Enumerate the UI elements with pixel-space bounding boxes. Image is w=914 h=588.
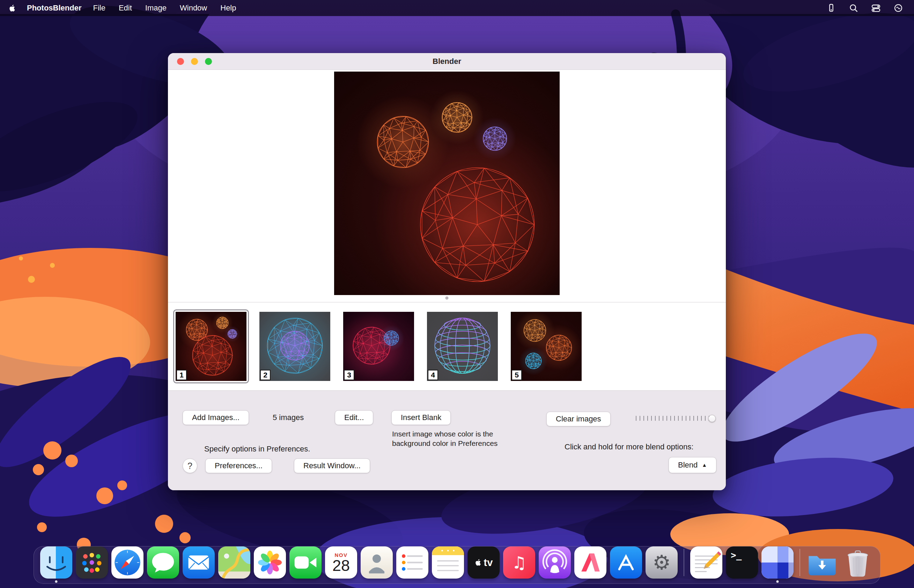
filmstrip-thumbnail-2[interactable]: 2 <box>259 312 330 381</box>
dock-music-icon[interactable]: ♫ <box>503 546 535 578</box>
control-center-icon[interactable] <box>871 3 881 13</box>
app-menu[interactable]: PhotosBlender <box>27 3 81 13</box>
dock-news-icon[interactable] <box>574 546 606 578</box>
zoom-button[interactable] <box>205 58 212 65</box>
thumbnail-index-badge: 2 <box>260 370 271 380</box>
desktop: PhotosBlender FileEditImageWindowHelp Bl… <box>0 0 914 588</box>
add-images-button[interactable]: Add Images... <box>182 410 249 425</box>
minimize-button[interactable] <box>191 58 198 65</box>
blend-amount-slider[interactable] <box>636 414 715 423</box>
scroll-indicator-dot <box>446 296 449 300</box>
insert-blank-button[interactable]: Insert Blank <box>391 410 451 425</box>
menu-file[interactable]: File <box>86 3 112 13</box>
dock-launchpad-icon[interactable] <box>76 546 108 578</box>
menu-window[interactable]: Window <box>173 3 214 13</box>
insert-blank-caption: Insert image whose color is the backgrou… <box>392 429 518 448</box>
dock-maps-icon[interactable] <box>218 546 250 578</box>
thumbnail-index-badge: 3 <box>344 370 354 380</box>
dock-mail-icon[interactable] <box>182 546 215 578</box>
dock-contacts-icon[interactable] <box>361 546 393 578</box>
thumbnail-index-badge: 5 <box>512 370 522 380</box>
dock-apple-tv-icon[interactable]: tv <box>467 546 500 578</box>
dock-photos-icon[interactable] <box>254 546 286 578</box>
help-button[interactable]: ? <box>182 459 197 473</box>
display-icon[interactable] <box>826 3 836 13</box>
dock-reminders-icon[interactable] <box>396 546 428 578</box>
dock-calendar-icon[interactable]: NOV28 <box>325 546 357 578</box>
running-indicator <box>55 580 58 583</box>
traffic-lights <box>177 58 212 65</box>
filmstrip: 12345 <box>168 302 726 391</box>
thumbnail-index-badge: 1 <box>176 370 187 380</box>
filmstrip-thumbnail-3[interactable]: 3 <box>343 312 414 381</box>
siri-icon[interactable] <box>893 3 904 13</box>
menubar-status-icons <box>826 3 904 13</box>
dock-podcasts-icon[interactable] <box>539 546 571 578</box>
controls-panel: Add Images... 5 images Edit... Insert Bl… <box>168 391 726 490</box>
menu-help[interactable]: Help <box>214 3 243 13</box>
filmstrip-thumbnail-5[interactable]: 5 <box>511 312 581 381</box>
close-button[interactable] <box>177 58 184 65</box>
dock: NOV28tv♫⚙>_ <box>34 546 880 584</box>
slider-thumb[interactable] <box>708 415 716 422</box>
dock-terminal-icon[interactable]: >_ <box>726 546 758 578</box>
blend-button[interactable]: Blend ▲ <box>669 457 716 473</box>
dock-divider <box>799 549 800 576</box>
dock-finder-icon[interactable] <box>40 546 72 578</box>
menu-items: FileEditImageWindowHelp <box>86 3 243 13</box>
menu-bar: PhotosBlender FileEditImageWindowHelp <box>0 0 914 16</box>
filmstrip-thumbnail-4[interactable]: 4 <box>427 312 498 381</box>
menu-edit[interactable]: Edit <box>112 3 139 13</box>
preview-area <box>168 70 726 302</box>
chevron-up-icon: ▲ <box>702 462 707 468</box>
running-indicator <box>777 580 779 583</box>
window-titlebar[interactable]: Blender <box>168 53 726 70</box>
calendar-day-label: 28 <box>333 557 350 575</box>
dock-app-store-icon[interactable] <box>610 546 642 578</box>
clear-images-button[interactable]: Clear images <box>546 412 610 426</box>
dock-downloads-icon[interactable] <box>806 546 838 578</box>
dock-settings-icon[interactable]: ⚙ <box>646 546 678 578</box>
thumbnail-index-badge: 4 <box>428 370 438 380</box>
dock-notes-icon[interactable] <box>432 546 464 578</box>
blend-button-label: Blend <box>678 460 698 470</box>
blend-hint-label: Click and hold for more blend options: <box>565 443 693 451</box>
dock-messages-icon[interactable] <box>147 546 179 578</box>
search-icon[interactable] <box>848 3 859 13</box>
blend-preview-image <box>334 71 560 295</box>
dock-safari-icon[interactable] <box>111 546 144 578</box>
dock-trash-icon[interactable] <box>842 546 874 578</box>
edit-button[interactable]: Edit... <box>335 410 373 425</box>
dock-divider <box>683 549 684 576</box>
dock-photosblender-icon[interactable] <box>761 546 794 578</box>
blender-window: Blender 12345 Add Images... 5 images Edi… <box>168 53 726 490</box>
slider-ticks <box>636 416 712 421</box>
window-title: Blender <box>168 53 726 70</box>
apple-menu-icon[interactable] <box>8 3 18 13</box>
result-window-button[interactable]: Result Window... <box>294 459 370 473</box>
specify-options-label: Specify options in Preferences. <box>204 444 310 454</box>
preferences-button[interactable]: Preferences... <box>205 459 272 473</box>
images-count-label: 5 images <box>273 413 304 422</box>
filmstrip-thumbnail-1[interactable]: 1 <box>176 312 247 381</box>
dock-facetime-icon[interactable] <box>289 546 321 578</box>
dock-textedit-icon[interactable] <box>690 546 722 578</box>
menu-image[interactable]: Image <box>139 3 173 13</box>
